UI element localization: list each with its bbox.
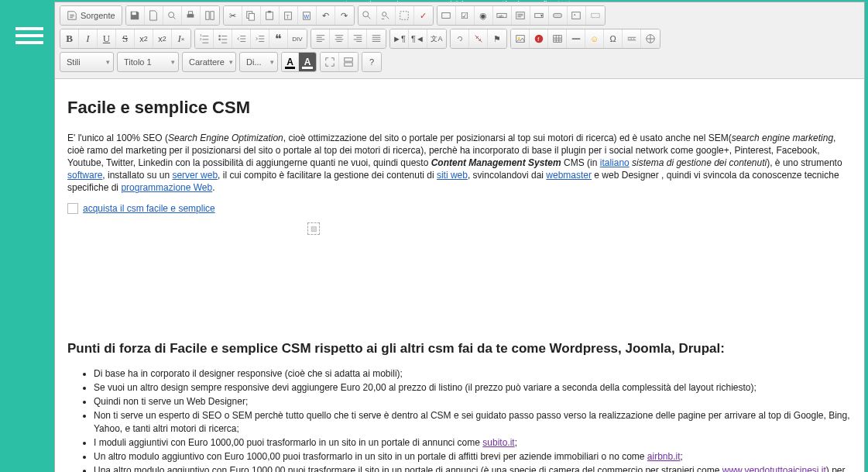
link-programmazione[interactable]: programmazione Web [121, 182, 212, 193]
paste-word-icon[interactable]: W [298, 6, 317, 25]
list-item: Un altro modulo aggiuntivo con Euro 1000… [94, 450, 852, 463]
size-dropdown[interactable]: Di... [239, 52, 278, 72]
svg-rect-17 [442, 13, 451, 19]
remove-format-icon[interactable]: I× [172, 29, 190, 48]
preview-icon[interactable] [163, 6, 182, 25]
image-icon[interactable] [511, 29, 530, 48]
templates-icon[interactable] [201, 6, 219, 25]
language-icon[interactable]: 文A [427, 29, 446, 48]
align-right-icon[interactable] [348, 29, 367, 48]
hr-icon[interactable] [567, 29, 585, 48]
strike-icon[interactable]: S [116, 29, 135, 48]
radio-icon[interactable]: ◉ [475, 6, 493, 25]
checkbox-icon[interactable]: ☑ [456, 6, 475, 25]
format-dropdown[interactable]: Titolo 1 [117, 52, 179, 72]
ltr-icon[interactable]: ►¶ [390, 29, 409, 48]
bold-icon[interactable]: B [60, 29, 79, 48]
textfield-icon[interactable]: ab [493, 6, 512, 25]
heading-2: Punti di forza di Facile e semplice CSM … [67, 340, 852, 358]
table-icon[interactable] [548, 29, 567, 48]
outdent-icon[interactable] [232, 29, 251, 48]
find-icon[interactable] [359, 6, 377, 25]
source-button[interactable]: Sorgente [60, 6, 122, 25]
paragraph-1: E' l'unico al 100% SEO (Search Engine Op… [67, 132, 852, 195]
form-icon[interactable] [437, 6, 456, 25]
list-item: Di base ha in corporato il designer resp… [94, 367, 852, 380]
editor-content[interactable]: Facile e semplice CSM E' l'unico al 100%… [55, 79, 864, 472]
svg-point-1 [169, 12, 174, 18]
anchor-icon[interactable]: ⚑ [488, 29, 506, 48]
link-webmaster[interactable]: webmaster [546, 170, 592, 181]
redo-icon[interactable]: ↷ [335, 6, 354, 25]
image-button-icon[interactable] [568, 6, 586, 25]
file-icon [67, 203, 78, 214]
subscript-icon[interactable]: x2 [135, 29, 153, 48]
cut-icon[interactable]: ✂ [224, 6, 242, 25]
svg-rect-5 [211, 12, 214, 20]
align-center-icon[interactable] [330, 29, 348, 48]
smiley-icon[interactable]: ☺ [585, 29, 604, 48]
link-vendotutto[interactable]: www.vendotuttoaicinesi.it [722, 465, 826, 472]
font-dropdown[interactable]: Carattere [182, 52, 236, 72]
link-airbnb[interactable]: airbnb.it [647, 451, 681, 462]
undo-icon[interactable]: ↶ [317, 6, 335, 25]
hidden-field-icon[interactable] [586, 6, 605, 25]
underline-icon[interactable]: U [98, 29, 116, 48]
numbered-list-icon[interactable]: 12 [195, 29, 214, 48]
indent-icon[interactable] [251, 29, 269, 48]
align-justify-icon[interactable] [367, 29, 386, 48]
replace-icon[interactable] [377, 6, 396, 25]
bullet-list-icon[interactable] [214, 29, 232, 48]
flash-icon[interactable]: f [530, 29, 548, 48]
svg-text:T: T [286, 14, 290, 19]
svg-rect-26 [591, 13, 599, 17]
svg-rect-8 [266, 12, 273, 20]
paste-text-icon[interactable]: T [280, 6, 298, 25]
blockquote-icon[interactable]: ❝ [269, 29, 288, 48]
link-subito[interactable]: subito.it [482, 437, 514, 448]
iframe-icon[interactable] [641, 29, 660, 48]
bg-color-icon[interactable]: A [299, 53, 316, 71]
div-icon[interactable]: DIV [288, 29, 307, 48]
help-icon[interactable]: ? [362, 53, 381, 71]
superscript-icon[interactable]: x2 [153, 29, 172, 48]
link-icon[interactable] [451, 29, 469, 48]
select-icon[interactable]: ▾ [530, 6, 549, 25]
link-software[interactable]: software [67, 170, 102, 181]
toolbar: Sorgente ✂ T W [55, 2, 864, 79]
attachment-link[interactable]: acquista il csm facile e semplice [67, 202, 852, 215]
editor: Sorgente ✂ T W [54, 2, 865, 472]
button-icon[interactable] [549, 6, 568, 25]
italic-icon[interactable]: I [79, 29, 98, 48]
svg-rect-4 [205, 12, 208, 20]
maximize-icon[interactable] [321, 53, 339, 71]
pagebreak-icon[interactable] [623, 29, 641, 48]
special-char-icon[interactable]: Ω [604, 29, 623, 48]
list-item: Se vuoi un altro design sempre responsiv… [94, 381, 852, 394]
styles-dropdown[interactable]: Stili [60, 52, 114, 72]
spellcheck-icon[interactable]: ✓ [414, 6, 433, 25]
link-server-web[interactable]: server web [172, 170, 218, 181]
link-siti-web[interactable]: siti web [437, 170, 468, 181]
svg-rect-23 [554, 13, 562, 17]
text-color-icon[interactable]: A [282, 53, 299, 71]
select-all-icon[interactable] [396, 6, 414, 25]
svg-rect-7 [249, 13, 255, 20]
align-left-icon[interactable] [311, 29, 330, 48]
new-page-icon[interactable] [145, 6, 163, 25]
link-italiano[interactable]: italiano [600, 157, 630, 168]
list-item: Non ti serve un esperto di SEO o SEM per… [94, 409, 852, 434]
attachment-link-text[interactable]: acquista il csm facile e semplice [83, 202, 215, 215]
copy-icon[interactable] [242, 6, 261, 25]
menu-toggle-icon[interactable] [15, 27, 39, 44]
print-icon[interactable] [182, 6, 201, 25]
paste-icon[interactable] [261, 6, 280, 25]
rtl-icon[interactable]: ¶◄ [409, 29, 427, 48]
unlink-icon[interactable] [469, 29, 488, 48]
textarea-icon[interactable] [512, 6, 530, 25]
svg-rect-24 [572, 12, 581, 19]
svg-text:▾: ▾ [540, 12, 543, 18]
show-blocks-icon[interactable] [339, 53, 358, 71]
list-item: Quindi non ti serve un Web Designer; [94, 395, 852, 408]
save-icon[interactable] [126, 6, 145, 25]
